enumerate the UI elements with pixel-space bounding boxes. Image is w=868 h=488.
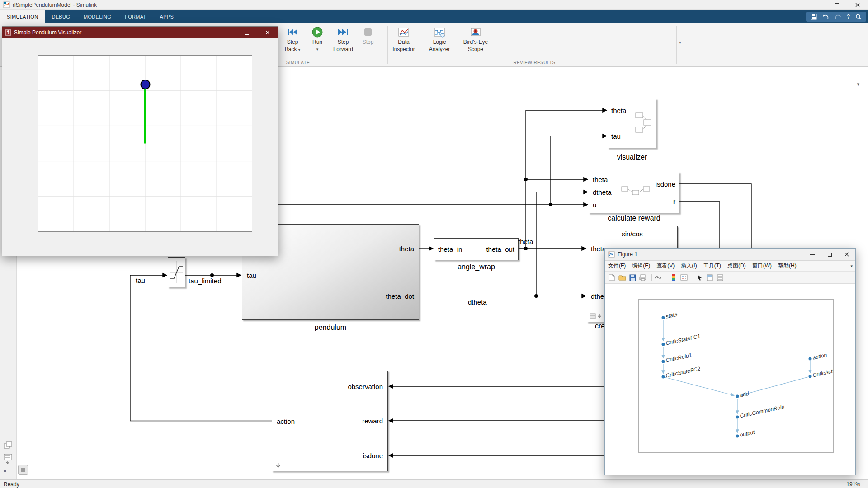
port-label-theta: theta bbox=[591, 245, 606, 253]
expand-down-icon[interactable] bbox=[275, 462, 282, 469]
figure-close-button[interactable] bbox=[838, 249, 855, 260]
rl-agent-block[interactable]: observation reward isdone action bbox=[272, 371, 388, 471]
nn-node-label: output bbox=[739, 429, 755, 438]
calculate-reward-block[interactable]: theta dtheta u isdone r bbox=[589, 172, 679, 213]
block-name-visualizer: visualizer bbox=[608, 153, 656, 161]
nn-node[interactable] bbox=[809, 375, 812, 378]
nn-node[interactable] bbox=[662, 343, 665, 346]
minimize-icon bbox=[224, 33, 228, 33]
nn-node[interactable] bbox=[736, 395, 739, 398]
port-label-theta-in: theta_in bbox=[438, 245, 462, 253]
save-figure-icon[interactable] bbox=[628, 273, 637, 282]
insert-colorbar-icon[interactable] bbox=[670, 273, 678, 282]
port-label-theta: theta bbox=[399, 245, 414, 253]
saturation-icon bbox=[168, 258, 185, 287]
open-file-icon[interactable] bbox=[618, 273, 626, 282]
block-title-sincos: sin/cos bbox=[587, 230, 677, 238]
menubar-overflow-icon[interactable]: ▾ bbox=[850, 264, 853, 268]
close-icon bbox=[844, 252, 849, 257]
wire-junction-dot bbox=[524, 247, 528, 250]
wire-label-dtheta[interactable]: dtheta bbox=[468, 298, 487, 306]
visualizer-titlebar[interactable]: Simple Pendulum Visualizer bbox=[2, 27, 278, 38]
property-inspector-icon[interactable] bbox=[716, 273, 724, 282]
wire-junction-dot bbox=[210, 273, 214, 277]
nn-edge bbox=[741, 377, 808, 395]
pendulum-visualizer-window[interactable]: Simple Pendulum Visualizer bbox=[2, 26, 278, 256]
critic-network-graph: stateCriticStateFC1CriticRelu1CriticStat… bbox=[639, 300, 833, 452]
insert-legend-icon[interactable] bbox=[680, 273, 688, 282]
block-name-calculate-reward: calculate reward bbox=[589, 214, 679, 222]
content-preview-badges[interactable] bbox=[590, 313, 605, 319]
nn-node[interactable] bbox=[662, 360, 665, 363]
port-label-isdone: isdone bbox=[656, 180, 675, 188]
simulink-app: tau theta theta_dot pendulum theta_in th… bbox=[0, 0, 868, 488]
port-label-r: r bbox=[673, 197, 675, 206]
port-label-dtheta: dtheta bbox=[593, 188, 612, 197]
dock-panel-icon[interactable] bbox=[706, 273, 714, 282]
subsystem-preview bbox=[620, 185, 652, 201]
figure-window[interactable]: Figure 1 文件(F) 编辑(E) 查看(V) 插入(I) 工具(T) 桌… bbox=[604, 248, 856, 475]
menu-window[interactable]: 窗口(W) bbox=[749, 262, 775, 270]
port-label-isdone: isdone bbox=[363, 452, 383, 460]
wire-dtheta-to-reward[interactable] bbox=[536, 192, 588, 296]
menu-file[interactable]: 文件(F) bbox=[605, 262, 629, 270]
port-label-tau: tau bbox=[247, 272, 256, 280]
wire-label-tau[interactable]: tau bbox=[136, 277, 145, 284]
visualizer-block[interactable]: theta tau bbox=[608, 99, 656, 148]
saturation-block[interactable] bbox=[168, 257, 185, 287]
pendulum-bob bbox=[141, 80, 150, 89]
port-label-theta-dot: theta_dot bbox=[386, 292, 414, 300]
menu-edit[interactable]: 编辑(E) bbox=[629, 262, 653, 270]
figure-minimize-button[interactable] bbox=[804, 249, 821, 260]
close-icon bbox=[265, 30, 270, 35]
figure-title: Figure 1 bbox=[618, 251, 637, 258]
new-figure-icon[interactable] bbox=[608, 273, 616, 282]
nn-node[interactable] bbox=[662, 316, 665, 319]
menu-insert[interactable]: 插入(I) bbox=[678, 262, 700, 270]
maximize-icon bbox=[245, 31, 249, 35]
toolbar-separator bbox=[651, 274, 652, 281]
block-name-sincos: cre bbox=[595, 322, 605, 330]
figure-titlebar[interactable]: Figure 1 bbox=[605, 249, 855, 261]
figure-maximize-button[interactable] bbox=[821, 249, 838, 260]
figure-toolbar bbox=[605, 272, 855, 284]
nn-node-label: CriticCommonRelu bbox=[739, 404, 785, 419]
nn-node-label: CriticStateFC1 bbox=[665, 333, 701, 347]
maximize-icon bbox=[828, 253, 832, 257]
menu-view[interactable]: 查看(V) bbox=[653, 262, 678, 270]
nn-node[interactable] bbox=[736, 435, 739, 438]
nn-node[interactable] bbox=[736, 416, 739, 419]
nn-edge bbox=[665, 377, 734, 395]
visualizer-minimize-button[interactable] bbox=[216, 27, 236, 38]
link-plot-icon[interactable] bbox=[654, 273, 662, 282]
figure-axes[interactable]: stateCriticStateFC1CriticRelu1CriticStat… bbox=[638, 299, 834, 453]
nn-node[interactable] bbox=[662, 375, 665, 379]
wire-junction-dot bbox=[534, 294, 538, 298]
nn-node-label: state bbox=[665, 311, 678, 319]
visualizer-close-button[interactable] bbox=[257, 27, 278, 38]
wire-label-theta[interactable]: theta bbox=[518, 238, 533, 245]
port-label-observation: observation bbox=[348, 383, 383, 391]
visualizer-title: Simple Pendulum Visualizer bbox=[14, 29, 81, 36]
canvas-badge[interactable] bbox=[18, 465, 28, 475]
menu-help[interactable]: 帮助(H) bbox=[775, 262, 800, 270]
port-label-theta-out: theta_out bbox=[486, 245, 514, 253]
canvas-badge-icon bbox=[21, 468, 25, 472]
pointer-tool-icon[interactable] bbox=[695, 273, 703, 282]
nn-node-label: CriticStateFC2 bbox=[665, 366, 701, 379]
angle-wrap-block[interactable]: theta_in theta_out bbox=[434, 238, 519, 260]
nn-node[interactable] bbox=[809, 357, 812, 361]
block-name-pendulum: pendulum bbox=[242, 324, 419, 332]
port-label-theta: theta bbox=[611, 107, 626, 115]
nn-node-label: CriticActionFC1 bbox=[812, 365, 833, 379]
port-label-action: action bbox=[277, 418, 295, 426]
wire-label-tau-limited[interactable]: tau_limited bbox=[189, 277, 222, 285]
print-icon[interactable] bbox=[639, 273, 647, 282]
menu-tools[interactable]: 工具(T) bbox=[700, 262, 724, 270]
visualizer-maximize-button[interactable] bbox=[236, 27, 257, 38]
subsystem-preview bbox=[633, 110, 654, 136]
figure-menubar: 文件(F) 编辑(E) 查看(V) 插入(I) 工具(T) 桌面(D) 窗口(W… bbox=[605, 261, 855, 272]
menu-desktop[interactable]: 桌面(D) bbox=[724, 262, 749, 270]
port-label-u: u bbox=[593, 201, 596, 209]
port-label-reward: reward bbox=[362, 417, 383, 425]
